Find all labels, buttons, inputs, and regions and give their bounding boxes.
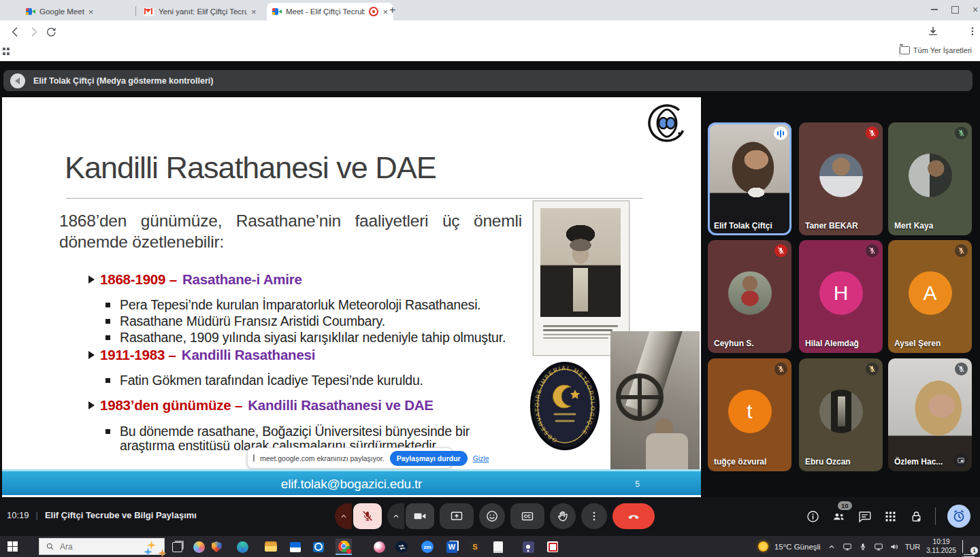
sublime-icon[interactable]: S [467,539,483,555]
network-tray-icon[interactable] [874,542,883,552]
participant-tile-elif[interactable]: Elif Tolak Çiftçi [708,122,791,235]
language-indicator[interactable]: TUR [905,543,921,551]
participant-tile-mert[interactable]: Mert Kaya [888,122,972,235]
folder-icon [900,46,910,54]
participant-tile-aysel[interactable]: A Aysel Şeren [888,240,972,353]
all-bookmarks-button[interactable]: Tüm Yer İşaretleri [900,46,972,54]
meeting-details-icon[interactable] [806,509,820,524]
captions-button[interactable] [510,503,544,529]
back-icon[interactable] [8,25,22,39]
participant-tile-taner[interactable]: Taner BEKAR [799,122,883,235]
task-view-icon[interactable] [169,539,185,555]
taskbar-search[interactable] [39,538,165,555]
presenter-banner: Elif Tolak Çiftçi (Medya gösterme kontro… [3,70,973,91]
square-bullet-icon [105,378,110,383]
hidden-icons-chevron[interactable] [827,542,836,552]
capture-app-icon[interactable] [544,539,561,555]
more-options-button[interactable] [581,503,607,529]
menu-dots-icon[interactable] [966,25,980,39]
pip-icon[interactable] [954,454,968,467]
start-button[interactable] [7,541,18,552]
meeting-clock: 10:19 [7,510,29,520]
volume-tray-icon[interactable] [889,542,899,552]
notepad-icon[interactable] [490,539,506,555]
mic-off-icon [955,126,968,139]
zoom-icon[interactable]: zm [419,539,436,555]
participant-tile-ebru[interactable]: Ebru Ozcan [799,358,883,471]
camera-options-chevron[interactable] [387,503,404,529]
tab-gmail-reply[interactable]: Yeni yanıt: Elif Çiftçi Tecrube ve × [138,3,275,20]
meet-favicon [272,7,282,16]
avatar [819,154,863,197]
square-bullet-icon [105,429,110,434]
action-center-icon[interactable]: 1 [962,541,976,553]
outlook-icon[interactable] [310,539,327,555]
forward-icon[interactable] [27,25,41,39]
activities-icon[interactable] [883,509,898,524]
window-maximize-button[interactable] [945,0,965,19]
raise-hand-button[interactable] [550,503,576,529]
security-shield-icon[interactable] [208,539,225,555]
host-controls-icon[interactable] [909,509,924,524]
weather-sun-icon[interactable] [758,541,768,552]
end-call-button[interactable] [612,503,655,529]
arrow-bullet-icon [88,351,95,359]
avatar-initial: A [909,271,952,315]
chrome-icon-active[interactable] [336,539,352,555]
mic-off-icon [955,362,968,375]
tab-meet-active[interactable]: Meet - Elif Çiftçi Tecrube ve × [267,3,393,20]
apps-grid-icon[interactable] [3,48,10,56]
display-tray-icon[interactable] [843,542,852,552]
ms-store-icon[interactable] [287,539,304,555]
new-tab-button[interactable]: + [389,4,395,16]
file-explorer-icon[interactable] [263,539,279,555]
teamviewer-icon[interactable] [393,539,410,555]
participant-name: Hilal Alemdağ [805,339,859,348]
reactions-button[interactable] [479,503,505,529]
present-screen-button[interactable] [440,503,474,529]
stop-sharing-button[interactable]: Paylaşmayı durdur [390,451,468,466]
mic-off-icon [866,126,879,139]
tab-recording-icon [369,7,378,16]
tab-close-icon[interactable]: × [382,7,388,16]
window-close-button[interactable]: × [965,0,980,19]
observer-figure [646,433,688,471]
tab-close-icon[interactable]: × [88,7,94,16]
mic-toggle-button-muted[interactable] [353,503,382,529]
edge-browser-icon[interactable] [234,539,250,555]
teams-icon[interactable] [520,539,536,555]
search-input[interactable] [59,541,129,552]
participant-tile-ceyhun[interactable]: Ceyhun S. [708,240,791,353]
people-panel-icon[interactable]: 10 [832,509,846,524]
share-message: meet.google.com ekranınızı paylaşıyor. [260,454,385,462]
timer-extension-icon[interactable] [947,505,970,528]
reload-icon[interactable] [45,25,59,39]
gmail-favicon [144,7,154,16]
participant-tile-tugce[interactable]: t tuğçe özvural [708,358,791,471]
participant-tile-hilal[interactable]: H Hilal Alemdağ [799,240,883,353]
mic-tray-icon[interactable] [858,542,868,552]
tray-date: 3.11.2025 [926,547,956,554]
chat-panel-icon[interactable] [858,509,872,524]
mic-options-chevron[interactable] [335,503,352,529]
hide-link[interactable]: Gizle [473,454,489,462]
clock-date[interactable]: 10:19 3.11.2025 [926,538,956,555]
mic-off-icon [774,362,787,375]
camera-toggle-button[interactable] [406,503,434,529]
window-minimize-button[interactable] [924,0,945,19]
shared-slide: Kandilli Rasathanesi ve DAE 1868’den gün… [2,97,701,497]
pink-app-icon[interactable] [371,539,387,555]
avatar-initial: t [728,390,772,433]
copilot-icon[interactable] [191,539,207,555]
participant-name: Özlem Hac... [894,457,943,467]
bookmarks-bar: Tüm Yer İşaretleri [0,44,980,61]
tab-close-icon[interactable]: × [251,7,257,16]
word-icon[interactable]: W [444,539,460,555]
tab-divider [135,6,136,16]
downloads-icon[interactable] [927,25,941,39]
weather-text[interactable]: 15°C Güneşli [774,543,821,551]
participant-tile-ozlem[interactable]: Özlem Hac... [888,358,972,471]
mic-control-group [335,503,382,529]
tab-google-meet[interactable]: Google Meet × [20,3,144,20]
participant-name: Elif Tolak Çiftçi [714,221,772,231]
